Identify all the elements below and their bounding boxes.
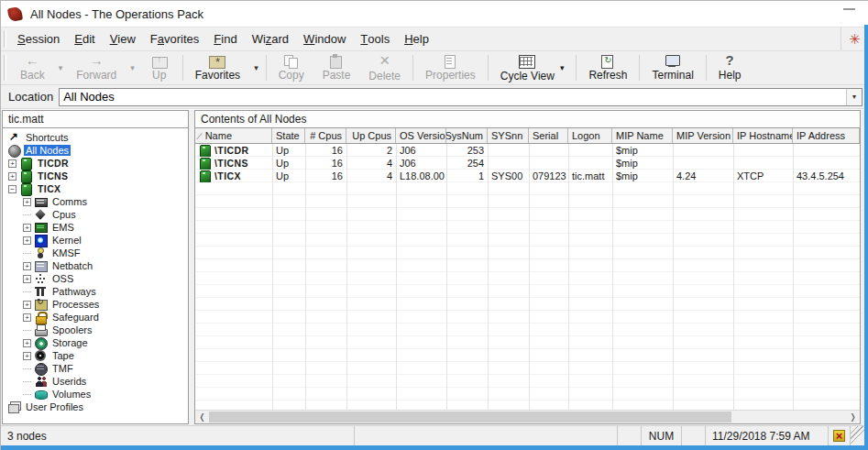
toolbar-grip[interactable] (4, 55, 6, 81)
expander-icon[interactable]: − (8, 185, 16, 193)
forward-dropdown-button[interactable]: ▾ (126, 52, 139, 83)
minimize-button[interactable] (843, 8, 855, 10)
tree-item-safeguard[interactable]: +Safeguard (3, 311, 188, 324)
refresh-button[interactable]: Refresh (579, 52, 636, 83)
tree-item-kmsf[interactable]: KMSF (3, 247, 188, 259)
menu-item-help[interactable]: Help (397, 27, 436, 50)
expander-icon[interactable]: + (23, 352, 31, 360)
column-header-state[interactable]: State (272, 128, 305, 143)
column-header-os-version[interactable]: OS Version (396, 128, 446, 143)
tree-item-storage[interactable]: +Storage (3, 336, 188, 349)
column-header-sysnum[interactable]: SysNum (446, 128, 488, 143)
menu-item-edit[interactable]: Edit (67, 27, 102, 50)
tree-item-volumes[interactable]: Volumes (3, 388, 188, 401)
expander-icon[interactable]: + (23, 275, 31, 283)
resize-grip[interactable] (851, 426, 864, 445)
delete-button[interactable]: Delete (359, 52, 410, 83)
menu-item-favorites[interactable]: Favorites (143, 27, 206, 50)
tree-item-comms[interactable]: +Comms (3, 195, 188, 208)
expander-collapsed[interactable]: + (21, 196, 33, 207)
list-row-ticx[interactable]: \TICXUp164L18.08.001SYS00079123tic.matt$… (195, 170, 860, 182)
help-button[interactable]: Help (709, 52, 751, 83)
title-bar: All Nodes - The Operations Pack (1, 1, 868, 27)
column-header-cpus[interactable]: # Cpus (305, 128, 346, 143)
expander-icon[interactable]: + (23, 262, 31, 270)
menubar-grip[interactable] (4, 30, 6, 48)
tree-item-spoolers[interactable]: Spoolers (3, 324, 188, 336)
back-button[interactable]: Back (11, 52, 54, 83)
cell-mip-version (673, 144, 733, 157)
list-row-ticns[interactable]: \TICNSUp164J06254$mip (195, 157, 860, 170)
tree-item-tmf[interactable]: TMF (3, 362, 188, 375)
up-button[interactable]: Up (139, 52, 180, 83)
column-header-up-cpus[interactable]: Up Cpus (346, 128, 396, 143)
location-input[interactable] (60, 89, 846, 105)
expander-collapsed[interactable]: + (21, 312, 33, 323)
expander-icon[interactable]: + (23, 236, 31, 245)
menu-item-find[interactable]: Find (206, 27, 244, 50)
column-header-serial[interactable]: Serial (529, 128, 568, 143)
tree-item-user-profiles[interactable]: User Profiles (3, 401, 188, 413)
expander-icon[interactable]: + (23, 301, 31, 309)
menu-item-tools[interactable]: Tools (353, 27, 397, 50)
menu-item-session[interactable]: Session (10, 27, 67, 50)
tree-item-pathways[interactable]: Pathways (3, 285, 188, 298)
menu-item-wizard[interactable]: Wizard (245, 27, 296, 50)
properties-button[interactable]: Properties (416, 52, 485, 83)
scroll-right-arrow[interactable]: ❭ (846, 411, 860, 423)
tree-item-tape[interactable]: +Tape (3, 349, 188, 362)
copy-button[interactable]: Copy (269, 52, 313, 83)
expander-expanded[interactable]: − (6, 183, 18, 194)
tree-item-ticns[interactable]: +TICNS (3, 170, 188, 182)
paste-button[interactable]: Paste (313, 52, 360, 83)
expander-collapsed[interactable]: + (21, 299, 33, 310)
column-header-ip-address[interactable]: IP Address (793, 128, 860, 143)
list-row-ticdr[interactable]: \TICDRUp162J06253$mip (195, 144, 860, 157)
favorites-dropdown-button[interactable]: ▾ (249, 52, 263, 83)
tree-item-ticx[interactable]: −TICX (3, 182, 188, 195)
scrollbar-track[interactable] (209, 411, 846, 423)
expander-icon[interactable]: + (8, 172, 16, 181)
scroll-left-arrow[interactable]: ❬ (195, 411, 209, 423)
back-dropdown-button[interactable]: ▾ (54, 52, 68, 83)
cycle-view-button[interactable]: Cycle View▾ (491, 52, 574, 83)
tree-item-userids[interactable]: Userids (3, 375, 188, 388)
expander-collapsed[interactable]: + (21, 350, 33, 361)
expander-icon[interactable]: + (8, 159, 16, 168)
menu-item-window[interactable]: Window (296, 27, 353, 50)
tree-item-oss[interactable]: +OSS (3, 272, 188, 285)
location-dropdown-button[interactable]: ▾ (846, 89, 862, 105)
delete-label: Delete (368, 70, 401, 82)
tree-item-cpus[interactable]: Cpus (3, 208, 188, 221)
expander-icon[interactable]: + (23, 198, 31, 206)
expander-collapsed[interactable]: + (6, 170, 18, 181)
column-header-name[interactable]: ∕Name (195, 128, 272, 143)
column-header-logon[interactable]: Logon (568, 128, 612, 143)
tree-item-ticdr[interactable]: +TICDR (3, 157, 188, 170)
expander-collapsed[interactable]: + (21, 273, 33, 284)
terminal-button[interactable]: Terminal (643, 52, 702, 83)
expander-collapsed[interactable]: + (21, 337, 33, 348)
expander-icon[interactable]: + (23, 339, 31, 347)
tree-item-all-nodes[interactable]: All Nodes (3, 144, 188, 157)
column-header-mip-version[interactable]: MIP Version (673, 128, 733, 143)
tree-item-netbatch[interactable]: +Netbatch (3, 259, 188, 272)
tree-item-shortcuts[interactable]: Shortcuts (3, 131, 188, 144)
tree-item-ems[interactable]: +EMS (3, 221, 188, 234)
menu-item-view[interactable]: View (103, 27, 143, 50)
scrollbar-thumb[interactable] (209, 412, 731, 423)
cell-os-version: J06 (396, 144, 446, 157)
expander-icon[interactable]: + (23, 313, 31, 322)
expander-collapsed[interactable]: + (6, 158, 18, 169)
tree-item-processes[interactable]: +Processes (3, 298, 188, 311)
tree-item-kernel[interactable]: +Kernel (3, 234, 188, 247)
column-header-ip-hostname[interactable]: IP Hostname (733, 128, 793, 143)
column-header-mip-name[interactable]: MIP Name (612, 128, 673, 143)
forward-button[interactable]: Forward (67, 52, 126, 83)
favorites-button[interactable]: Favorites (186, 52, 249, 83)
expander-icon[interactable]: + (23, 224, 31, 232)
expander-collapsed[interactable]: + (21, 222, 33, 233)
expander-collapsed[interactable]: + (21, 260, 33, 271)
expander-collapsed[interactable]: + (21, 235, 33, 246)
column-header-sysnn[interactable]: SYSnn (488, 128, 529, 143)
